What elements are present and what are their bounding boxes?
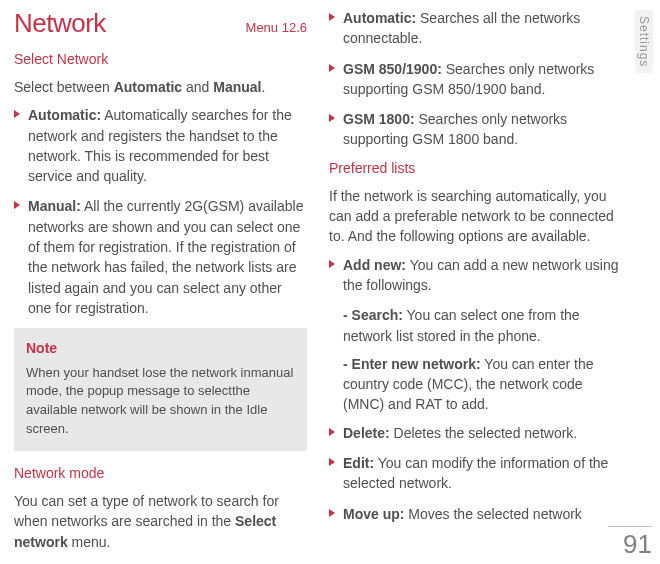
sub-bullet-label: - Search: bbox=[343, 307, 403, 323]
select-network-heading: Select Network bbox=[14, 51, 307, 67]
side-tab: Settings bbox=[635, 10, 653, 73]
svg-marker-2 bbox=[329, 13, 335, 21]
text: . bbox=[261, 79, 265, 95]
triangle-icon bbox=[329, 509, 337, 517]
network-mode-para: You can set a type of network to search … bbox=[14, 491, 307, 552]
bold-automatic: Automatic bbox=[114, 79, 182, 95]
bullet-manual: Manual: All the currently 2G(GSM) availa… bbox=[14, 196, 307, 318]
bullet-label: Manual: bbox=[28, 198, 81, 214]
bullet-delete: Delete: Deletes the selected network. bbox=[329, 423, 622, 443]
bullet-label: Move up: bbox=[343, 506, 404, 522]
bullet-label: Edit: bbox=[343, 455, 374, 471]
select-intro: Select between Automatic and Manual. bbox=[14, 77, 307, 97]
text: and bbox=[182, 79, 213, 95]
menu-label: Menu 12.6 bbox=[246, 20, 307, 35]
triangle-icon bbox=[329, 64, 337, 72]
bullet-gsm1800: GSM 1800: Searches only networks support… bbox=[329, 109, 622, 150]
bullet-automatic: Automatic: Automatically searches for th… bbox=[14, 105, 307, 186]
preferred-lists-heading: Preferred lists bbox=[329, 160, 622, 176]
svg-marker-3 bbox=[329, 64, 335, 72]
triangle-icon bbox=[329, 13, 337, 21]
triangle-icon bbox=[14, 201, 22, 209]
network-mode-heading: Network mode bbox=[14, 465, 307, 481]
svg-marker-1 bbox=[14, 201, 20, 209]
bullet-text: You can modify the information of the se… bbox=[343, 455, 608, 491]
note-box: Note When your handset lose the network … bbox=[14, 328, 307, 451]
text: menu. bbox=[68, 534, 111, 550]
bullet-add-new: Add new: You can add a new network using… bbox=[329, 255, 622, 296]
bullet-label: Add new: bbox=[343, 257, 406, 273]
sub-bullet-label: - Enter new network: bbox=[343, 356, 481, 372]
bullet-text: All the currently 2G(GSM) available netw… bbox=[28, 198, 303, 315]
note-heading: Note bbox=[26, 338, 295, 358]
bullet-text: Moves the selected network bbox=[404, 506, 581, 522]
svg-marker-8 bbox=[329, 509, 335, 517]
bullet-automatic-nm: Automatic: Searches all the networks con… bbox=[329, 8, 622, 49]
bullet-edit: Edit: You can modify the information of … bbox=[329, 453, 622, 494]
bullet-text: Deletes the selected network. bbox=[390, 425, 578, 441]
sub-bullet-search: - Search: You can select one from the ne… bbox=[329, 305, 622, 346]
bullet-label: Automatic: bbox=[28, 107, 101, 123]
bullet-gsm850: GSM 850/1900: Searches only networks sup… bbox=[329, 59, 622, 100]
triangle-icon bbox=[329, 458, 337, 466]
bullet-label: GSM 1800: bbox=[343, 111, 415, 127]
text: Select between bbox=[14, 79, 114, 95]
sub-bullet-enter-new: - Enter new network: You can enter the c… bbox=[329, 354, 622, 415]
bullet-move-up: Move up: Moves the selected network bbox=[329, 504, 622, 524]
svg-marker-7 bbox=[329, 458, 335, 466]
right-column: Automatic: Searches all the networks con… bbox=[329, 8, 652, 564]
page-number: 91 bbox=[608, 526, 652, 560]
triangle-icon bbox=[329, 260, 337, 268]
svg-marker-4 bbox=[329, 114, 335, 122]
page-title: Network bbox=[14, 8, 106, 39]
page-content: Network Menu 12.6 Select Network Select … bbox=[0, 0, 660, 564]
svg-marker-5 bbox=[329, 260, 335, 268]
left-column: Network Menu 12.6 Select Network Select … bbox=[14, 8, 307, 564]
note-body: When your handset lose the network inman… bbox=[26, 364, 295, 439]
triangle-icon bbox=[14, 110, 22, 118]
preferred-intro: If the network is searching automaticall… bbox=[329, 186, 622, 247]
bullet-label: GSM 850/1900: bbox=[343, 61, 442, 77]
bullet-label: Delete: bbox=[343, 425, 390, 441]
bullet-label: Automatic: bbox=[343, 10, 416, 26]
svg-marker-0 bbox=[14, 110, 20, 118]
bold-manual: Manual bbox=[213, 79, 261, 95]
triangle-icon bbox=[329, 428, 337, 436]
svg-marker-6 bbox=[329, 428, 335, 436]
header-row: Network Menu 12.6 bbox=[14, 8, 307, 39]
triangle-icon bbox=[329, 114, 337, 122]
